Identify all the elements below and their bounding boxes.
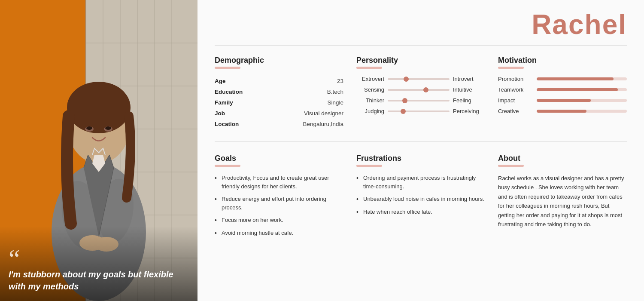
demo-row: LocationBengaluru,India: [215, 119, 343, 129]
frustrations-item: Unbearably loud noise in cafes in mornin…: [356, 195, 485, 203]
personality-label-right: Intuitive: [453, 86, 485, 93]
content-panel: Rachel Demographic Age23EducationB.techF…: [197, 0, 644, 301]
personality-label-right: Feeling: [453, 97, 485, 104]
frustrations-section: Frustrations Ordering and payment proces…: [356, 154, 485, 241]
slider-track: [388, 78, 450, 80]
motivation-rows: Promotion Teamwork Impact Creative: [498, 76, 627, 114]
motivation-underline: [498, 67, 524, 69]
motivation-bar-fill: [537, 77, 614, 80]
svg-point-24: [86, 126, 92, 130]
goals-item: Reduce energy and effort put into orderi…: [215, 195, 343, 212]
goals-item: Focus more on her work.: [215, 216, 343, 224]
personality-row: Judging Perceiving: [356, 108, 485, 114]
about-text: Rachel works as a visual designer and ha…: [498, 174, 627, 229]
demo-row: JobVisual designer: [215, 108, 343, 119]
slider-dot: [404, 77, 409, 82]
motivation-label: Teamwork: [498, 86, 532, 93]
demographic-table: Age23EducationB.techFamilySingleJobVisua…: [215, 76, 343, 129]
personality-label-left: Thinker: [356, 97, 384, 104]
svg-point-25: [105, 126, 111, 130]
personality-underline: [356, 67, 382, 69]
demo-row: EducationB.tech: [215, 86, 343, 97]
personality-label-left: Judging: [356, 108, 384, 114]
first-row-grid: Demographic Age23EducationB.techFamilySi…: [215, 56, 627, 129]
demo-label: Family: [215, 97, 253, 108]
quote-mark: “: [9, 252, 189, 265]
demo-value: Single: [253, 97, 343, 108]
goals-list: Productivity, Focus and to create great …: [215, 174, 343, 237]
personality-row: Extrovert Introvert: [356, 76, 485, 82]
persona-name: Rachel: [532, 9, 627, 40]
photo-panel: “ I'm stubborn about my goals but flexib…: [0, 0, 197, 301]
personality-label-left: Sensing: [356, 86, 384, 93]
quote-overlay: “ I'm stubborn about my goals but flexib…: [0, 226, 197, 301]
personality-title: Personality: [356, 56, 485, 65]
goals-item: Avoid morning hustle at cafe.: [215, 229, 343, 237]
personality-row: Thinker Feeling: [356, 97, 485, 104]
about-underline: [498, 165, 524, 167]
svg-point-21: [67, 82, 131, 133]
demo-value: Bengaluru,India: [253, 119, 343, 129]
slider-track: [388, 89, 450, 91]
frustrations-list: Ordering and payment process is frustrat…: [356, 174, 485, 216]
motivation-bar-bg: [537, 77, 627, 80]
motivation-bar-fill: [537, 88, 618, 91]
demo-value: Visual designer: [253, 108, 343, 119]
goals-underline: [215, 165, 240, 167]
slider-dot: [401, 109, 406, 114]
section-divider: [215, 141, 627, 142]
demo-value: B.tech: [253, 86, 343, 97]
demo-row: FamilySingle: [215, 97, 343, 108]
about-section: About Rachel works as a visual designer …: [498, 154, 627, 241]
motivation-row: Teamwork: [498, 86, 627, 93]
frustrations-underline: [356, 165, 382, 167]
motivation-title: Motivation: [498, 56, 627, 65]
personality-rows: Extrovert Introvert Sensing Intuitive Th…: [356, 76, 485, 114]
demo-row: Age23: [215, 76, 343, 86]
slider-dot: [423, 87, 428, 92]
motivation-section: Motivation Promotion Teamwork Impact Cre…: [498, 56, 627, 129]
frustrations-title: Frustrations: [356, 154, 485, 163]
personality-label-right: Introvert: [453, 76, 485, 82]
motivation-bar-bg: [537, 99, 627, 102]
goals-section: Goals Productivity, Focus and to create …: [215, 154, 343, 241]
demographic-section: Demographic Age23EducationB.techFamilySi…: [215, 56, 343, 129]
second-row-grid: Goals Productivity, Focus and to create …: [215, 154, 627, 241]
goals-title: Goals: [215, 154, 343, 163]
demographic-title: Demographic: [215, 56, 343, 65]
slider-track: [388, 100, 450, 101]
motivation-bar-bg: [537, 88, 627, 91]
frustrations-item: Ordering and payment process is frustrat…: [356, 174, 485, 190]
motivation-bar-fill: [537, 110, 586, 113]
motivation-row: Promotion: [498, 76, 627, 82]
personality-section: Personality Extrovert Introvert Sensing …: [356, 56, 485, 129]
motivation-label: Impact: [498, 97, 532, 104]
demo-label: Education: [215, 86, 253, 97]
demo-label: Location: [215, 119, 253, 129]
demo-label: Age: [215, 76, 253, 86]
motivation-bar-fill: [537, 99, 591, 102]
demographic-underline: [215, 67, 240, 69]
slider-dot: [402, 98, 407, 103]
motivation-row: Impact: [498, 97, 627, 104]
demo-label: Job: [215, 108, 253, 119]
personality-label-left: Extrovert: [356, 76, 384, 82]
slider-track: [388, 111, 450, 112]
goals-item: Productivity, Focus and to create great …: [215, 174, 343, 190]
about-title: About: [498, 154, 627, 163]
motivation-label: Creative: [498, 108, 532, 114]
personality-row: Sensing Intuitive: [356, 86, 485, 93]
demo-value: 23: [253, 76, 343, 86]
personality-label-right: Perceiving: [453, 108, 485, 114]
quote-text: I'm stubborn about my goals but flexible…: [9, 270, 173, 291]
frustrations-item: Hate when reach office late.: [356, 208, 485, 216]
motivation-row: Creative: [498, 108, 627, 114]
motivation-bar-bg: [537, 110, 627, 113]
name-header: Rachel: [215, 0, 627, 46]
motivation-label: Promotion: [498, 76, 532, 82]
